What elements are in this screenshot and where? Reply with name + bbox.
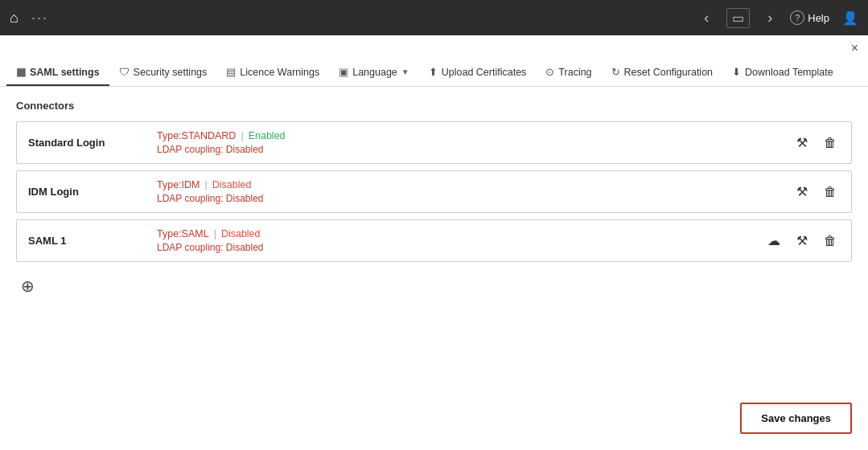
help-circle-icon: ? bbox=[790, 10, 804, 25]
main-container: × ▦ SAML settings 🛡 Security settings ▤ … bbox=[0, 35, 868, 450]
connector-actions-idm: ⚒ 🗑 bbox=[793, 182, 840, 201]
nav-back-button[interactable]: ‹ bbox=[699, 6, 714, 30]
shield-icon: 🛡 bbox=[119, 66, 130, 78]
configure-button-idm[interactable]: ⚒ bbox=[793, 182, 811, 201]
tab-reset-label: Reset Configuration bbox=[624, 67, 713, 78]
status-standard: Enabled bbox=[249, 130, 286, 141]
table-row: Standard Login Type:STANDARD | Enabled L… bbox=[16, 121, 852, 164]
connector-name-saml1: SAML 1 bbox=[28, 235, 157, 247]
monitor-icon: ▤ bbox=[226, 66, 236, 78]
connector-actions-standard: ⚒ 🗑 bbox=[793, 133, 840, 152]
tab-tracing[interactable]: ⊙ Tracing bbox=[536, 59, 601, 86]
status-idm: Disabled bbox=[212, 179, 252, 190]
type-label-saml1: Type:SAML bbox=[157, 228, 209, 239]
separator-standard: | bbox=[241, 130, 243, 141]
add-connector-button[interactable]: ⊕ bbox=[16, 273, 39, 299]
tab-saml-label: SAML settings bbox=[30, 67, 100, 78]
tab-upload-label: Upload Certificates bbox=[442, 67, 527, 78]
table-row: IDM Login Type:IDM | Disabled LDAP coupl… bbox=[16, 170, 852, 213]
close-button[interactable]: × bbox=[851, 42, 858, 55]
tab-reset-configuration[interactable]: ↻ Reset Configuration bbox=[602, 59, 722, 86]
nav-forward-button[interactable]: › bbox=[763, 6, 777, 30]
delete-button-idm[interactable]: 🗑 bbox=[821, 183, 840, 201]
connector-info-standard: Type:STANDARD | Enabled LDAP coupling: D… bbox=[157, 130, 793, 155]
reset-icon: ↻ bbox=[611, 66, 620, 78]
separator-idm: | bbox=[205, 179, 208, 190]
save-changes-button[interactable]: Save changes bbox=[740, 403, 852, 434]
ldap-line-idm: LDAP coupling: Disabled bbox=[157, 193, 793, 204]
ldap-status-saml1: Disabled bbox=[226, 242, 264, 253]
connector-name-idm: IDM Login bbox=[28, 186, 157, 198]
tab-language[interactable]: ▣ Language ▼ bbox=[329, 59, 419, 86]
home-icon[interactable]: ⌂ bbox=[10, 10, 19, 27]
configure-button-saml1[interactable]: ⚒ bbox=[793, 231, 811, 250]
connector-type-line-saml1: Type:SAML | Disabled bbox=[157, 228, 764, 239]
delete-button-saml1[interactable]: 🗑 bbox=[821, 232, 840, 250]
download-icon: ⬇ bbox=[732, 66, 741, 78]
tab-licence-warnings[interactable]: ▤ Licence Warnings bbox=[216, 59, 329, 86]
ldap-label-saml1: LDAP coupling: bbox=[157, 242, 224, 253]
ldap-status-idm: Disabled bbox=[226, 193, 264, 204]
tab-licence-label: Licence Warnings bbox=[240, 67, 319, 78]
tab-saml-settings[interactable]: ▦ SAML settings bbox=[6, 59, 109, 86]
help-label: Help bbox=[808, 12, 829, 24]
lang-icon: ▣ bbox=[339, 66, 348, 78]
connectors-title: Connectors bbox=[16, 100, 852, 112]
window-icon: ▭ bbox=[726, 8, 750, 28]
status-saml1: Disabled bbox=[221, 228, 261, 239]
ldap-label-idm: LDAP coupling: bbox=[157, 193, 224, 204]
user-icon[interactable]: 👤 bbox=[842, 10, 858, 26]
type-label-standard: Type:STANDARD bbox=[157, 130, 236, 141]
tab-security-settings[interactable]: 🛡 Security settings bbox=[109, 59, 217, 86]
tab-bar: ▦ SAML settings 🛡 Security settings ▤ Li… bbox=[0, 35, 868, 87]
tracing-icon: ⊙ bbox=[545, 66, 554, 78]
connector-type-line-standard: Type:STANDARD | Enabled bbox=[157, 130, 793, 141]
dots-icon[interactable]: ··· bbox=[31, 10, 48, 27]
tab-security-label: Security settings bbox=[134, 67, 208, 78]
upload-button-saml1[interactable]: ☁ bbox=[764, 231, 784, 250]
chevron-down-icon: ▼ bbox=[401, 68, 409, 76]
connector-actions-saml1: ☁ ⚒ 🗑 bbox=[764, 231, 840, 250]
type-label-idm: Type:IDM bbox=[157, 179, 200, 190]
ldap-line-saml1: LDAP coupling: Disabled bbox=[157, 242, 764, 253]
connector-type-line-idm: Type:IDM | Disabled bbox=[157, 179, 793, 190]
help-button[interactable]: ? Help bbox=[790, 10, 829, 25]
delete-button-standard[interactable]: 🗑 bbox=[821, 134, 840, 152]
tab-tracing-label: Tracing bbox=[558, 67, 591, 78]
configure-button-standard[interactable]: ⚒ bbox=[793, 133, 811, 152]
connector-info-saml1: Type:SAML | Disabled LDAP coupling: Disa… bbox=[157, 228, 764, 253]
tab-upload-certificates[interactable]: ⬆ Upload Certificates bbox=[419, 59, 537, 86]
table-row: SAML 1 Type:SAML | Disabled LDAP couplin… bbox=[16, 219, 852, 262]
tab-language-label: Language bbox=[352, 67, 397, 78]
tab-download-label: Download Template bbox=[745, 67, 833, 78]
topbar: ⌂ ··· ‹ ▭ › ? Help 👤 bbox=[0, 0, 868, 35]
connector-info-idm: Type:IDM | Disabled LDAP coupling: Disab… bbox=[157, 179, 793, 204]
separator-saml1: | bbox=[214, 228, 216, 239]
ldap-label-standard: LDAP coupling: bbox=[157, 144, 224, 155]
content-area: Connectors Standard Login Type:STANDARD … bbox=[0, 87, 868, 312]
upload-icon: ⬆ bbox=[429, 66, 438, 78]
ldap-status-standard: Disabled bbox=[226, 144, 264, 155]
connector-name-standard: Standard Login bbox=[28, 137, 157, 149]
ldap-line-standard: LDAP coupling: Disabled bbox=[157, 144, 793, 155]
tab-download-template[interactable]: ⬇ Download Template bbox=[722, 59, 843, 86]
saml-icon: ▦ bbox=[16, 66, 26, 78]
